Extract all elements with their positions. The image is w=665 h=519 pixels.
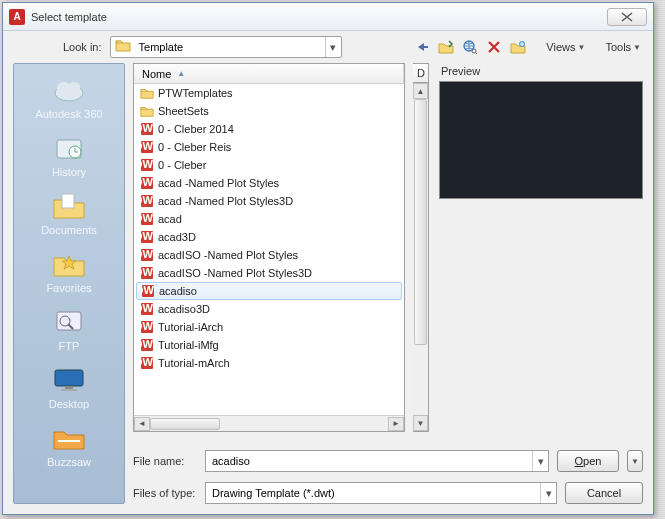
file-name: SheetSets: [158, 105, 398, 117]
file-name: PTWTemplates: [158, 87, 398, 99]
list-item[interactable]: DWTTutorial-mArch: [134, 354, 404, 372]
chevron-down-icon[interactable]: ▾: [325, 37, 341, 57]
svg-rect-11: [57, 312, 81, 330]
svg-text:DWT: DWT: [141, 284, 155, 296]
preview-pane: Preview: [437, 63, 643, 432]
delete-button[interactable]: [484, 37, 504, 57]
svg-text:DWT: DWT: [140, 176, 154, 188]
sidebar-item-ftp[interactable]: FTP: [14, 302, 124, 360]
toolbar: Look in: Template ▾ Views▼ T: [3, 31, 653, 63]
chevron-down-icon: ▼: [577, 43, 585, 52]
search-web-button[interactable]: [460, 37, 480, 57]
svg-text:DWT: DWT: [140, 158, 154, 170]
preview-label: Preview: [437, 63, 643, 81]
list-item[interactable]: DWT0 - Cleber: [134, 156, 404, 174]
sidebar-item-desktop[interactable]: Desktop: [14, 360, 124, 418]
dwt-file-icon: DWT: [140, 248, 154, 262]
column-name[interactable]: Nome ▲: [134, 64, 404, 83]
open-split-button[interactable]: ▼: [627, 450, 643, 472]
scroll-up-icon[interactable]: ▲: [413, 83, 428, 99]
list-item[interactable]: DWTacad3D: [134, 228, 404, 246]
documents-folder-icon: [51, 190, 87, 222]
dwt-file-icon: DWT: [140, 266, 154, 280]
look-in-combo[interactable]: Template ▾: [110, 36, 342, 58]
desktop-icon: [51, 364, 87, 396]
scrollbar-thumb[interactable]: [414, 99, 427, 345]
files-of-type-combo[interactable]: Drawing Template (*.dwt) ▾: [205, 482, 557, 504]
back-button[interactable]: [412, 37, 432, 57]
cloud-icon: [51, 74, 87, 106]
svg-text:DWT: DWT: [140, 140, 154, 152]
list-item[interactable]: DWTTutorial-iArch: [134, 318, 404, 336]
cancel-button[interactable]: Cancel: [565, 482, 643, 504]
file-name: Tutorial-iArch: [158, 321, 398, 333]
new-folder-button[interactable]: [508, 37, 528, 57]
files-of-type-label: Files of type:: [133, 487, 197, 499]
open-button[interactable]: Open: [557, 450, 619, 472]
folder-icon: [140, 104, 154, 118]
list-item[interactable]: DWTTutorial-iMfg: [134, 336, 404, 354]
dwt-file-icon: DWT: [140, 176, 154, 190]
svg-text:DWT: DWT: [140, 122, 154, 134]
places-sidebar: Autodesk 360 History Documents Favorites…: [13, 63, 125, 504]
chevron-down-icon: ▼: [633, 43, 641, 52]
views-menu[interactable]: Views▼: [544, 41, 587, 53]
dwt-file-icon: DWT: [140, 158, 154, 172]
list-item[interactable]: SheetSets: [134, 102, 404, 120]
scrollbar-thumb[interactable]: [150, 418, 220, 430]
close-icon: [620, 12, 634, 22]
list-item[interactable]: DWT0 - Cleber 2014: [134, 120, 404, 138]
list-item[interactable]: DWTacad: [134, 210, 404, 228]
arrow-left-icon: [414, 41, 430, 53]
file-list-body[interactable]: PTWTemplatesSheetSetsDWT0 - Cleber 2014D…: [134, 84, 404, 415]
list-item[interactable]: DWTacadISO -Named Plot Styles: [134, 246, 404, 264]
list-item[interactable]: DWTacadiso: [136, 282, 402, 300]
svg-text:DWT: DWT: [140, 338, 154, 350]
scroll-right-icon[interactable]: ►: [388, 417, 404, 431]
file-name: acad: [158, 213, 398, 225]
scroll-down-icon[interactable]: ▼: [413, 415, 428, 431]
horizontal-scrollbar[interactable]: ◄ ►: [134, 415, 404, 431]
dwt-file-icon: DWT: [141, 284, 155, 298]
svg-text:DWT: DWT: [140, 212, 154, 224]
file-name-input[interactable]: acadiso ▾: [205, 450, 549, 472]
file-name: 0 - Cleber: [158, 159, 398, 171]
chevron-down-icon[interactable]: ▾: [532, 451, 548, 471]
dwt-file-icon: DWT: [140, 302, 154, 316]
dwt-file-icon: DWT: [140, 194, 154, 208]
look-in-value: Template: [137, 41, 325, 53]
favorites-icon: [51, 248, 87, 280]
sidebar-item-documents[interactable]: Documents: [14, 186, 124, 244]
dwt-file-icon: DWT: [140, 356, 154, 370]
close-button[interactable]: [607, 8, 647, 26]
file-list-header[interactable]: Nome ▲: [134, 64, 404, 84]
list-item[interactable]: DWTacad -Named Plot Styles: [134, 174, 404, 192]
file-name: Tutorial-mArch: [158, 357, 398, 369]
file-name: acad -Named Plot Styles3D: [158, 195, 398, 207]
svg-point-2: [472, 49, 476, 53]
sidebar-item-favorites[interactable]: Favorites: [14, 244, 124, 302]
sidebar-item-history[interactable]: History: [14, 128, 124, 186]
svg-line-3: [476, 53, 478, 55]
list-item[interactable]: PTWTemplates: [134, 84, 404, 102]
up-folder-button[interactable]: [436, 37, 456, 57]
list-item[interactable]: DWTacad -Named Plot Styles3D: [134, 192, 404, 210]
svg-text:DWT: DWT: [140, 320, 154, 332]
sidebar-item-buzzsaw[interactable]: Buzzsaw: [14, 418, 124, 476]
svg-text:DWT: DWT: [140, 302, 154, 314]
svg-text:DWT: DWT: [140, 356, 154, 368]
list-item[interactable]: DWTacadISO -Named Plot Styles3D: [134, 264, 404, 282]
dwt-file-icon: DWT: [140, 140, 154, 154]
list-item[interactable]: DWT0 - Cleber Reis: [134, 138, 404, 156]
file-list[interactable]: Nome ▲ PTWTemplatesSheetSetsDWT0 - Clebe…: [133, 63, 405, 432]
chevron-down-icon[interactable]: ▾: [540, 483, 556, 503]
tools-menu[interactable]: Tools▼: [603, 41, 643, 53]
column-2-header[interactable]: D: [413, 63, 429, 83]
file-name: acad -Named Plot Styles: [158, 177, 398, 189]
scroll-left-icon[interactable]: ◄: [134, 417, 150, 431]
sidebar-item-autodesk360[interactable]: Autodesk 360: [14, 70, 124, 128]
titlebar: A Select template: [3, 3, 653, 31]
list-item[interactable]: DWTacadiso3D: [134, 300, 404, 318]
vertical-scrollbar[interactable]: ▲ ▼: [413, 83, 429, 432]
file-name: acad3D: [158, 231, 398, 243]
